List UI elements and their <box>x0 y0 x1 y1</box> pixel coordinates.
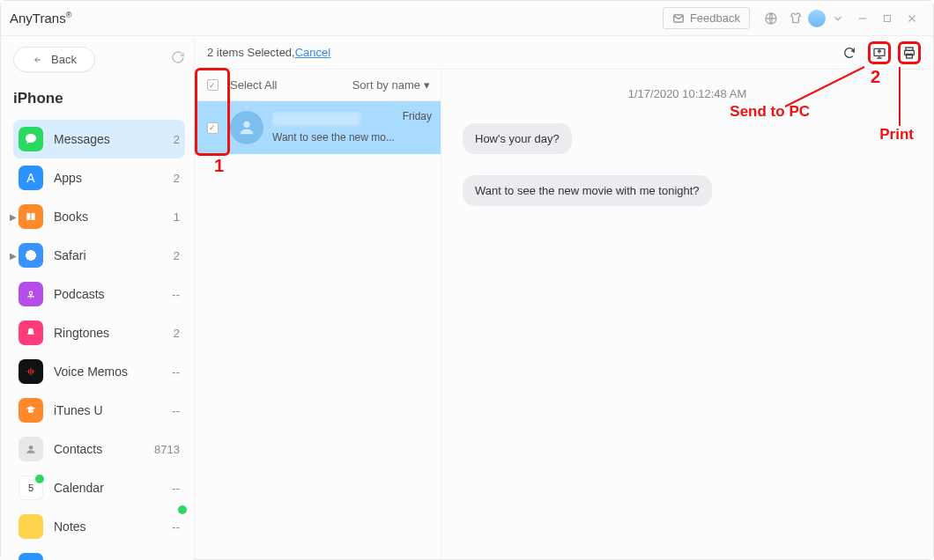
message-pane: 1/17/2020 10:12:48 AM How's your day? Wa… <box>441 70 933 560</box>
sidebar-item-count: 8713 <box>154 443 180 456</box>
sidebar-item-count: -- <box>172 482 180 495</box>
sidebar-item-messages[interactable]: Messages 2 <box>13 120 185 158</box>
sidebar-item-label: Voice Memos <box>54 365 128 379</box>
svg-point-6 <box>29 446 33 450</box>
select-all-checkbox[interactable] <box>207 79 219 91</box>
sidebar-item-notes[interactable]: Notes -- <box>13 507 185 546</box>
sidebar-item-count: 2 <box>174 133 180 146</box>
refresh-icon[interactable] <box>838 41 861 64</box>
svg-point-5 <box>29 291 33 295</box>
apps-icon: A <box>19 166 43 190</box>
sidebar-item-voicemail[interactable]: Voice Mail -- <box>13 546 185 560</box>
svg-rect-4 <box>32 213 35 220</box>
sidebar-item-contacts[interactable]: Contacts 8713 <box>13 430 185 468</box>
tshirt-icon[interactable] <box>787 10 804 27</box>
contact-avatar <box>230 111 263 144</box>
voicememos-icon <box>19 359 43 384</box>
sidebar-item-count: 2 <box>174 172 180 185</box>
sidebar-item-label: Podcasts <box>54 287 105 301</box>
sidebar-item-safari[interactable]: ▶ Safari 2 <box>13 236 185 275</box>
contact-name-blurred <box>272 112 360 126</box>
back-label: Back <box>51 53 77 66</box>
conversation-time: Friday <box>403 110 432 122</box>
svg-point-13 <box>243 122 249 128</box>
sort-label: Sort by name <box>352 78 420 92</box>
sidebar-item-count: -- <box>172 288 180 301</box>
conversation-item[interactable]: Want to see the new mo... Friday <box>195 101 441 154</box>
close-icon[interactable] <box>903 10 921 27</box>
sidebar-item-label: Calendar <box>54 481 104 495</box>
sidebar-item-label: Notes <box>54 519 86 534</box>
sidebar-item-count: 2 <box>174 249 180 262</box>
sort-dropdown[interactable]: Sort by name ▾ <box>352 78 430 92</box>
sidebar-item-ringtones[interactable]: Ringtones 2 <box>13 313 185 352</box>
cancel-link[interactable]: Cancel <box>295 46 330 59</box>
app-title: AnyTrans® <box>10 11 71 26</box>
chevron-down-icon: ▾ <box>424 78 430 92</box>
list-header: Select All Sort by name ▾ <box>195 70 441 101</box>
sidebar: Back iPhone Messages 2 A Apps 2 ▶ Books … <box>1 36 195 560</box>
books-icon <box>19 204 43 229</box>
messages-icon <box>19 127 43 151</box>
user-avatar[interactable] <box>808 10 826 27</box>
sidebar-item-voicememos[interactable]: Voice Memos -- <box>13 352 185 391</box>
sidebar-item-count: 1 <box>174 210 180 224</box>
message-bubble: Want to see the new movie with me tonigh… <box>463 175 712 206</box>
itunesu-icon <box>19 398 43 423</box>
conversation-checkbox[interactable] <box>207 122 219 134</box>
safari-icon <box>19 243 43 268</box>
maximize-icon[interactable] <box>878 10 896 27</box>
podcasts-icon <box>19 282 43 306</box>
sidebar-item-count: 2 <box>174 327 180 340</box>
svg-rect-3 <box>26 213 30 220</box>
conversation-preview: Want to see the new mo... <box>272 131 403 144</box>
sidebar-item-books[interactable]: ▶ Books 1 <box>13 197 185 236</box>
refresh-sidebar-icon[interactable] <box>171 50 185 68</box>
svg-rect-2 <box>885 15 891 21</box>
sidebar-item-apps[interactable]: A Apps 2 <box>13 158 185 197</box>
print-button[interactable] <box>898 41 921 64</box>
sidebar-item-podcasts[interactable]: Podcasts -- <box>13 275 185 313</box>
minimize-icon[interactable] <box>854 10 871 27</box>
calendar-icon: 5 <box>19 475 43 500</box>
sidebar-item-calendar[interactable]: 5 Calendar -- <box>13 468 185 507</box>
device-name: iPhone <box>13 90 185 107</box>
selection-status: 2 items Selected, <box>207 46 295 59</box>
sidebar-item-count: -- <box>172 520 180 534</box>
sidebar-item-label: Contacts <box>54 442 102 456</box>
sidebar-item-label: iTunes U <box>54 403 103 417</box>
voicemail-icon <box>19 553 43 560</box>
sidebar-item-label: Books <box>54 210 88 224</box>
feedback-label: Feedback <box>690 11 740 25</box>
send-to-pc-button[interactable] <box>868 41 891 64</box>
feedback-button[interactable]: Feedback <box>663 7 750 29</box>
contacts-icon <box>19 437 43 461</box>
sidebar-item-label: Messages <box>54 132 110 146</box>
message-timestamp: 1/17/2020 10:12:48 AM <box>463 87 912 100</box>
back-button[interactable]: Back <box>13 47 95 72</box>
toolbar: 2 items Selected, Cancel <box>195 36 933 70</box>
sidebar-item-count: -- <box>172 404 180 417</box>
sidebar-item-label: Ringtones <box>54 326 109 340</box>
sidebar-item-label: Safari <box>54 248 86 262</box>
sidebar-item-count: -- <box>172 365 180 379</box>
notes-icon <box>19 514 43 539</box>
sidebar-item-itunesu[interactable]: iTunes U -- <box>13 391 185 430</box>
ringtones-icon <box>19 321 43 345</box>
select-all-label[interactable]: Select All <box>230 78 277 92</box>
sidebar-item-label: Apps <box>54 171 82 185</box>
conversation-list: Select All Sort by name ▾ Want to <box>195 70 441 560</box>
chevron-down-icon[interactable] <box>829 10 847 27</box>
titlebar: AnyTrans® Feedback <box>1 1 933 36</box>
globe-icon[interactable] <box>762 10 780 27</box>
message-bubble: How's your day? <box>463 123 572 154</box>
